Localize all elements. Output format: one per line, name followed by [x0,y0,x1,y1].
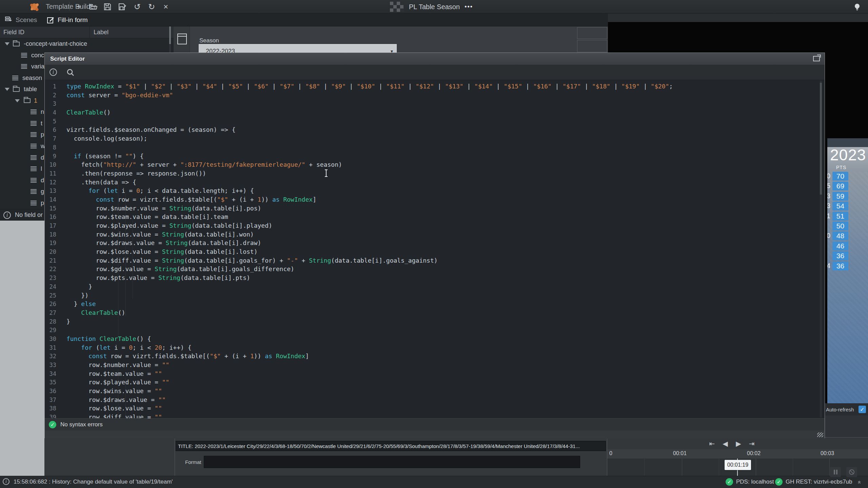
new-button[interactable]: + [73,1,85,12]
code-line[interactable]: 15 row.$number.value = String(data.table… [45,204,825,213]
code-line[interactable]: 29 [45,326,825,334]
code-line[interactable]: 14 const row = vizrt.fields.$table[("$" … [45,195,825,204]
code-line[interactable]: 26 } else [45,300,825,308]
pts-table-row: 354 [827,201,868,211]
timeline-track[interactable]: 00:01:19 [607,459,868,476]
code-line[interactable]: 6vizrt.fields.$season.onChanged = (seaso… [45,125,825,134]
close-template-button[interactable]: × [160,1,172,12]
folder-icon [13,87,20,92]
tab-fill-in-form[interactable]: Fill-in form [47,14,88,26]
code-line[interactable]: 39 row.$diff.value = "" [45,413,825,418]
popout-window-icon[interactable] [813,56,820,61]
code-line[interactable]: 19 row.$draws.value = String(data.table[… [45,239,825,247]
code-line[interactable]: 25 }) [45,291,825,300]
code-line[interactable]: 24 } [45,282,825,291]
line-number: 22 [45,265,56,274]
expand-statusbar-icon[interactable]: « [856,481,863,484]
code-line[interactable]: 18 row.$wins.value = String(data.table[i… [45,230,825,239]
code-line[interactable]: 27 ClearTable() [45,308,825,317]
code-line[interactable]: 20 row.$lose.value = String(data.table[i… [45,247,825,256]
expand-arrow-icon[interactable] [15,99,20,102]
code-line[interactable]: 17 row.$played.value = String(data.table… [45,221,825,230]
code-line[interactable]: 2const server = "bgo-eddie-vm" [45,91,825,100]
script-editor-toolbar: i [45,65,825,80]
step-forward-icon[interactable]: ▶ [733,439,744,448]
tree-folder--concept-variant-choice[interactable]: -concept-variant-choice [0,38,174,49]
jump-end-icon[interactable]: ⇥ [746,439,757,448]
code-line[interactable]: 12 .then(data => { [45,178,825,187]
column-field-id[interactable]: Field ID [3,29,24,36]
code-line[interactable]: 23 row.$pts.value = String(data.table[i]… [45,273,825,282]
expand-arrow-icon[interactable] [5,88,9,91]
code-line[interactable]: 31 for (let i = 0; i < 20; i++) { [45,343,825,352]
lightbulb-icon[interactable] [853,3,861,12]
code-line[interactable]: 38 row.$lose.value = "" [45,404,825,413]
scenes-icon [5,16,12,24]
save-as-button[interactable] [117,1,128,12]
timeline-ruler[interactable]: 0 00:01 00:02 00:03 [607,449,868,459]
open-folder-button[interactable] [87,1,99,12]
gh-rest-connection[interactable]: ✓ GH REST: vizrtvi-ecbs7ub [775,478,852,486]
payload-title-text: TITLE: 2022-2023/1/Leicester City/29/22/… [178,443,580,449]
auto-refresh-checkbox[interactable]: ✓ [859,406,866,413]
format-input[interactable] [204,456,580,468]
code-line[interactable]: 8 [45,143,825,152]
code-line[interactable]: 22 row.$gd.value = String(data.table[i].… [45,265,825,273]
history-info-icon: i [3,478,9,485]
payload-title-row[interactable]: TITLE: 2022-2023/1/Leicester City/29/22/… [176,441,606,451]
code-line[interactable]: 9 if (season != "") { [45,152,825,161]
code-line[interactable]: 21 row.$diff.value = String(data.table[i… [45,256,825,265]
search-icon[interactable] [66,68,75,77]
expand-arrow-icon[interactable] [5,42,9,45]
tree-item-label: -concept-variant-choice [24,40,87,47]
code-line[interactable]: 33 row.$number.value = "" [45,361,825,369]
code-area[interactable]: 1type RowIndex = "$1" | "$2" | "$3" | "$… [45,80,825,418]
code-line[interactable]: 7 console.log(season); [45,134,825,143]
save-button[interactable] [102,1,113,12]
code-line[interactable]: 5 [45,117,825,126]
code-line[interactable]: 4ClearTable() [45,108,825,117]
tab-scenes[interactable]: Scenes [5,14,37,26]
code-line[interactable]: 16 row.$team.value = data.table[i].team [45,212,825,221]
form-page-icon[interactable] [177,33,187,45]
code-line[interactable]: 35 row.$played.value = "" [45,378,825,387]
pause-button[interactable] [830,467,841,477]
code-line[interactable]: 11 .then(response => response.json()) [45,169,825,178]
code-line[interactable]: 10 fetch("http://" + server + ":8177/tes… [45,160,825,169]
line-number: 33 [45,361,56,370]
script-editor-titlebar[interactable]: Script Editor [45,53,825,65]
pts-table-row: 070 [827,171,868,181]
step-back-icon[interactable]: ◀ [719,439,731,448]
code-line[interactable]: 28} [45,317,825,326]
code-line[interactable]: 32 const row = vizrt.fields.$table[("$" … [45,352,825,361]
redo-button[interactable]: ↻ [146,1,157,12]
code-line[interactable]: 13 for (let i = 0; i < data.table.length… [45,186,825,195]
loop-off-button[interactable] [846,467,857,477]
window-menu-button[interactable]: ••• [465,3,473,11]
column-divider[interactable] [90,26,90,38]
code-line[interactable]: 37 row.$draws.value = "" [45,395,825,404]
tree-scrollbar-thumb[interactable] [169,26,171,44]
gd-partial-value: 1 [827,212,831,220]
pts-value: 36 [832,251,848,260]
field-list-icon [21,53,27,58]
time-tick: 00:01 [673,450,687,456]
undo-button[interactable]: ↺ [132,1,143,12]
field-list-icon [21,64,27,69]
line-number: 35 [45,378,56,387]
code-line[interactable]: 30function ClearTable() { [45,334,825,343]
column-label[interactable]: Label [94,29,108,36]
script-info-icon[interactable]: i [50,68,57,76]
resize-grip[interactable] [817,432,823,437]
pds-connection[interactable]: ✓ PDS: localhost [726,478,774,486]
syntax-ok-icon: ✓ [49,421,56,428]
jump-start-icon[interactable]: ⇤ [706,439,718,448]
code-line[interactable]: 34 row.$team.value = "" [45,369,825,378]
field-list-icon [12,76,18,81]
code-line[interactable]: 1type RowIndex = "$1" | "$2" | "$3" | "$… [45,82,825,91]
line-number: 8 [45,143,56,152]
code-line[interactable]: 3 [45,99,825,108]
code-line[interactable]: 36 row.$wins.value = "" [45,387,825,395]
editor-scrollbar-thumb[interactable] [820,83,822,195]
window-title-group: PL Table Season ••• [390,0,473,14]
